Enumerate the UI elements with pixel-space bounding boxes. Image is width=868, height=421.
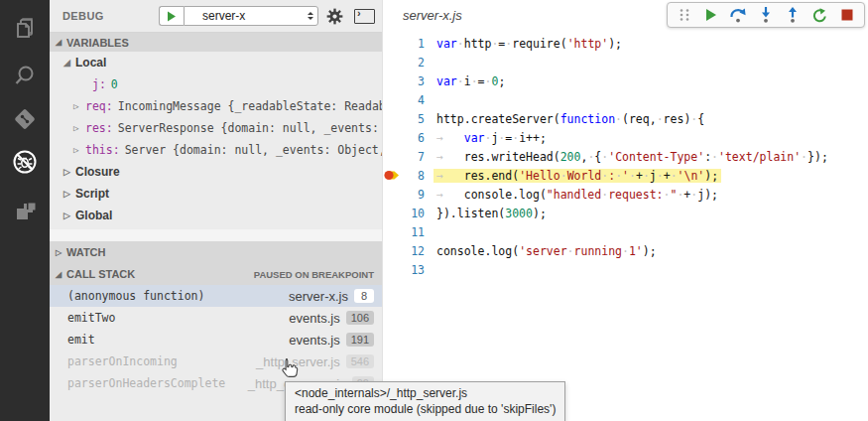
code-token: ·	[622, 244, 629, 258]
code-token: (	[554, 112, 560, 126]
code-token: ·	[801, 150, 807, 164]
step-out-icon	[787, 7, 799, 23]
step-over-icon	[730, 8, 747, 23]
line-content: console.log('server·running·1');	[436, 244, 657, 258]
code-token: j	[650, 169, 657, 183]
frame-line-badge: 546	[346, 354, 374, 368]
frame-line-badge: 106	[346, 311, 374, 325]
continue-button[interactable]	[701, 5, 721, 25]
source-control-icon[interactable]	[0, 99, 50, 139]
code-line: 11	[383, 222, 868, 241]
code-token: "handled	[547, 188, 601, 202]
watch-section-header[interactable]: ▷ WATCH	[50, 241, 382, 263]
code-token: ·	[711, 150, 718, 164]
breakpoint-gutter[interactable]	[383, 185, 401, 204]
callstack-header-label: CALL STACK	[66, 268, 135, 280]
frame-function: emitTwo	[67, 311, 289, 325]
code-line: 12console.log('server·running·1');	[383, 241, 868, 260]
restart-button[interactable]	[810, 5, 830, 25]
frame-function: parserOnIncoming	[67, 354, 256, 368]
editor-title: server-x.js	[403, 8, 462, 23]
variable-row[interactable]: j:0	[50, 73, 382, 95]
debug-icon[interactable]	[0, 142, 50, 182]
code-token: =	[478, 74, 485, 88]
stop-button[interactable]	[837, 5, 857, 25]
breakpoint-gutter[interactable]	[383, 204, 401, 222]
code-line: 7→ res.writeHead(200,·{·'Content-Type':·…	[383, 147, 868, 166]
variable-scope-row[interactable]: ▷Global	[50, 205, 382, 226]
callstack-frame-row[interactable]: emitTwoevents.js106	[50, 307, 382, 329]
variable-scope-row[interactable]: ◢Local	[50, 52, 382, 73]
variable-row[interactable]: ▷req:IncomingMessage {_readableState: Re…	[50, 95, 382, 117]
frame-file: events.js	[289, 311, 339, 326]
code-token: request:	[608, 188, 663, 202]
configure-gear-button[interactable]	[326, 8, 343, 25]
code-token: res	[464, 150, 485, 164]
frame-function: (anonymous function)	[67, 289, 289, 303]
select-spinner-icon	[308, 9, 313, 23]
frame-function: parserOnHeadersComplete	[67, 376, 248, 390]
code-token: +	[636, 169, 643, 183]
code-token: ·	[615, 112, 622, 126]
code-token: ·	[457, 37, 464, 51]
callstack-section-header[interactable]: ◢ CALL STACK PAUSED ON BREAKPOINT	[50, 263, 382, 285]
callstack-tooltip: <node_internals>/_http_server.js read-on…	[285, 381, 565, 421]
code-token: ·	[643, 169, 650, 183]
variable-scope-row[interactable]: ▷Closure	[50, 161, 382, 183]
code-token: var	[464, 131, 485, 145]
variable-value: IncomingMessage {_readableState: Readabl…	[118, 99, 382, 113]
breakpoint-gutter[interactable]	[383, 128, 401, 147]
breakpoint-gutter[interactable]	[383, 90, 401, 109]
step-over-button[interactable]	[729, 5, 749, 25]
breakpoint-gutter[interactable]	[383, 34, 401, 53]
variables-section-header[interactable]: ◢ VARIABLES	[50, 33, 382, 52]
breakpoint-gutter[interactable]	[383, 260, 401, 279]
breakpoint-gutter[interactable]	[383, 241, 401, 260]
explorer-icon[interactable]	[0, 10, 50, 50]
code-area[interactable]: 1var·http·=·require('http');23var·i·=·0;…	[383, 34, 868, 279]
code-token: ·	[560, 169, 567, 183]
code-token: ;	[498, 74, 505, 88]
variable-row[interactable]: ▷this:Server {domain: null, _events: Obj…	[50, 139, 382, 161]
breakpoint-gutter[interactable]	[383, 166, 401, 185]
step-into-button[interactable]	[756, 5, 776, 25]
code-token: http	[436, 112, 464, 126]
code-token: var	[436, 74, 457, 88]
callstack-frame-row[interactable]: emitevents.js191	[50, 329, 382, 351]
code-token: →	[436, 169, 464, 183]
callstack-frame-row[interactable]: parserOnIncoming_http_server.js546	[50, 351, 382, 372]
extensions-icon[interactable]	[0, 192, 50, 231]
variable-row[interactable]: ▷res:ServerResponse {domain: null, _even…	[50, 117, 382, 139]
variable-scope-row[interactable]: ▷Script	[50, 183, 382, 205]
breakpoint-gutter[interactable]	[383, 222, 401, 241]
code-token: log	[491, 244, 512, 258]
line-number: 6	[401, 131, 425, 145]
code-line: 1var·http·=·require('http');	[383, 34, 868, 53]
launch-config-select[interactable]: server-x	[184, 6, 318, 26]
line-content: → res.writeHead(200,·{·'Content-Type':·'…	[436, 150, 828, 164]
twisty-icon: ◢	[63, 58, 75, 68]
breakpoint-gutter[interactable]	[383, 53, 401, 71]
breakpoint-gutter[interactable]	[383, 109, 401, 128]
breakpoint-gutter[interactable]	[383, 71, 401, 90]
variable-name: res:	[85, 121, 113, 135]
scope-label: Global	[75, 209, 112, 222]
toolbar-drag-handle[interactable]	[675, 5, 694, 25]
debug-sidebar-header: DEBUG server-x ›	[50, 0, 382, 33]
line-content: → var·j·=·i++;	[436, 131, 547, 145]
line-number: 1	[401, 37, 425, 51]
code-token: listen	[457, 207, 499, 220]
callstack-frame-row[interactable]: (anonymous function)server-x.js8	[50, 285, 382, 307]
twisty-icon: ◢	[56, 38, 66, 47]
search-icon[interactable]	[0, 56, 50, 95]
breakpoint-gutter[interactable]	[383, 147, 401, 166]
line-number: 3	[401, 74, 425, 88]
debug-console-button[interactable]: ›	[354, 9, 375, 24]
code-token: );	[643, 244, 657, 258]
editor-pane[interactable]: server-x.js 1var·http·=·require('http');…	[382, 0, 868, 421]
code-token: ·	[471, 74, 478, 88]
launch-config-value: server-x	[185, 9, 245, 23]
variable-value: ServerResponse {domain: null, _events: O…	[118, 121, 382, 135]
start-debug-button[interactable]	[159, 6, 184, 26]
step-out-button[interactable]	[783, 5, 803, 25]
